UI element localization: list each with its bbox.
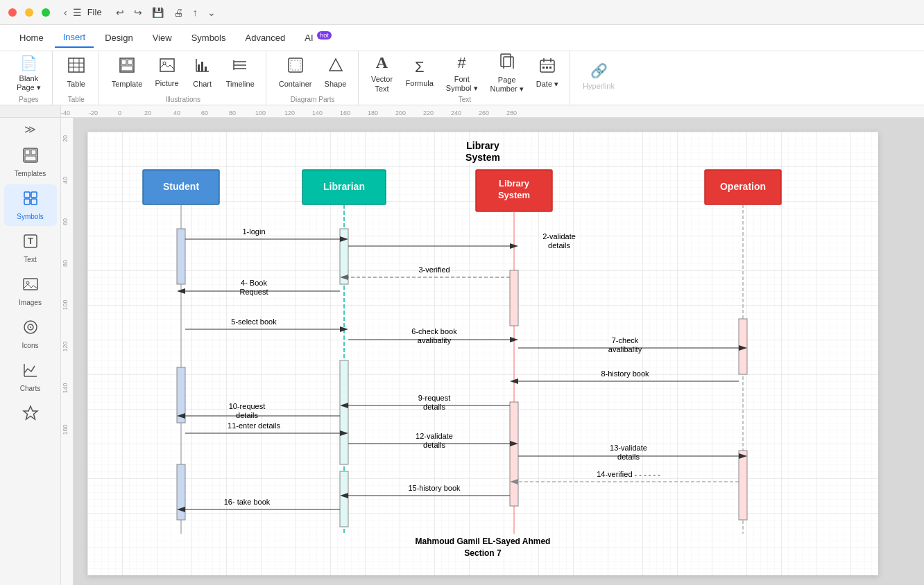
vector-text-button[interactable]: A VectorText bbox=[366, 51, 399, 96]
symbols-icon bbox=[22, 190, 39, 210]
font-symbol-button[interactable]: # FontSymbol ▾ bbox=[440, 51, 484, 96]
save-button[interactable]: 💾 bbox=[149, 6, 166, 19]
close-button[interactable] bbox=[8, 8, 17, 17]
nav-actions: ↩ ↪ 💾 🖨 ↑ ⌄ bbox=[113, 6, 219, 19]
sidebar-toggle[interactable]: ≫ bbox=[19, 121, 42, 137]
blank-page-icon: 📄 bbox=[20, 55, 37, 71]
charts-label: Charts bbox=[20, 385, 40, 392]
svg-text:2-validate: 2-validate bbox=[542, 232, 576, 241]
menu-home[interactable]: Home bbox=[11, 28, 52, 47]
toolbar-group-table: Table Table bbox=[54, 51, 99, 105]
timeline-button[interactable]: Timeline bbox=[221, 51, 260, 96]
svg-text:80: 80 bbox=[62, 260, 69, 267]
date-button[interactable]: Date ▾ bbox=[531, 51, 564, 96]
toolbar: 📄 BlankPage ▾ Pages Table Table Template bbox=[0, 51, 924, 105]
svg-rect-94 bbox=[510, 402, 518, 506]
undo-button[interactable]: ↩ bbox=[113, 6, 127, 19]
svg-rect-93 bbox=[510, 270, 518, 326]
pages-group-label: Pages bbox=[11, 96, 46, 105]
svg-text:4- Book: 4- Book bbox=[241, 279, 267, 287]
page-number-button[interactable]: PageNumber ▾ bbox=[485, 51, 529, 96]
title-bar: ‹ ☰ File ↩ ↪ 💾 🖨 ↑ ⌄ bbox=[0, 0, 924, 25]
print-button[interactable]: 🖨 bbox=[171, 6, 186, 19]
svg-text:180: 180 bbox=[368, 110, 378, 116]
svg-text:100: 100 bbox=[255, 110, 266, 116]
ruler-corner bbox=[0, 105, 61, 117]
toolbar-group-diagram-parts: Container Shape Diagram Parts bbox=[268, 51, 359, 105]
menu-insert[interactable]: Insert bbox=[55, 28, 94, 48]
more-button[interactable]: ⌄ bbox=[205, 6, 219, 19]
back-button[interactable]: ‹ bbox=[64, 7, 67, 18]
sidebar-item-symbols[interactable]: Symbols bbox=[4, 184, 57, 226]
sidebar-item-actions[interactable] bbox=[4, 399, 57, 433]
svg-text:1-login: 1-login bbox=[242, 227, 265, 236]
svg-text:8-history book: 8-history book bbox=[601, 369, 649, 378]
container-label: Container bbox=[279, 80, 312, 89]
chart-button[interactable]: Chart bbox=[186, 51, 219, 96]
svg-text:System: System bbox=[498, 190, 530, 200]
template-button[interactable]: Template bbox=[106, 51, 148, 96]
sidebar-item-icons[interactable]: Icons bbox=[4, 313, 57, 355]
export-button[interactable]: ↑ bbox=[190, 6, 200, 19]
toolbar-group-pages: 📄 BlankPage ▾ Pages bbox=[6, 51, 53, 105]
sidebar-item-charts[interactable]: Charts bbox=[4, 356, 57, 398]
container-icon bbox=[288, 58, 303, 77]
svg-rect-9 bbox=[160, 59, 174, 71]
svg-text:280: 280 bbox=[506, 110, 517, 116]
redo-button[interactable]: ↪ bbox=[131, 6, 145, 19]
hyperlink-label: Hyperlink bbox=[583, 82, 615, 91]
horizontal-ruler: -40 -20 0 20 40 60 80 100 120 140 160 18… bbox=[0, 105, 924, 118]
sequence-diagram: Library System Student Librarian Library… bbox=[87, 132, 878, 575]
sidebar-item-templates[interactable]: Templates bbox=[4, 141, 57, 183]
shape-label: Shape bbox=[325, 80, 347, 89]
svg-text:120: 120 bbox=[62, 341, 69, 351]
svg-rect-11 bbox=[198, 64, 200, 71]
svg-rect-21 bbox=[501, 54, 511, 67]
table-label: Table bbox=[67, 80, 85, 89]
sidebar-item-text[interactable]: T Text bbox=[4, 227, 57, 269]
timeline-label: Timeline bbox=[226, 80, 255, 89]
vertical-ruler: 20 40 60 80 100 120 140 160 bbox=[61, 118, 74, 585]
font-symbol-label: FontSymbol ▾ bbox=[446, 75, 478, 93]
svg-rect-0 bbox=[69, 58, 84, 72]
table-button[interactable]: Table bbox=[60, 51, 93, 96]
menu-design[interactable]: Design bbox=[96, 28, 141, 47]
svg-rect-47 bbox=[24, 148, 37, 162]
shape-button[interactable]: Shape bbox=[319, 51, 352, 96]
maximize-button[interactable] bbox=[42, 8, 50, 17]
menu-view[interactable]: View bbox=[144, 28, 180, 47]
picture-button[interactable]: Picture bbox=[149, 51, 184, 96]
hyperlink-button[interactable]: 🔗 Hyperlink bbox=[577, 55, 620, 99]
svg-text:Request: Request bbox=[240, 288, 268, 296]
svg-text:260: 260 bbox=[479, 110, 489, 116]
menu-ai[interactable]: AI hot bbox=[296, 28, 339, 47]
minimize-button[interactable] bbox=[25, 8, 33, 17]
svg-text:40: 40 bbox=[62, 177, 69, 184]
svg-rect-52 bbox=[31, 192, 37, 198]
canvas-content[interactable]: Library System Student Librarian Library… bbox=[74, 118, 924, 585]
menu-advanced[interactable]: Advanced bbox=[237, 28, 293, 47]
file-icon: ☰ bbox=[73, 7, 82, 18]
blank-page-button[interactable]: 📄 BlankPage ▾ bbox=[11, 51, 46, 96]
templates-icon bbox=[22, 147, 39, 167]
menu-symbols[interactable]: Symbols bbox=[183, 28, 234, 47]
svg-text:0: 0 bbox=[118, 110, 121, 116]
template-label: Template bbox=[112, 80, 143, 89]
page-canvas: Library System Student Librarian Library… bbox=[87, 132, 878, 575]
sidebar-item-images[interactable]: Images bbox=[4, 270, 57, 312]
formula-button[interactable]: Σ Formula bbox=[400, 51, 439, 96]
svg-text:100: 100 bbox=[62, 299, 69, 310]
svg-text:11-enter details: 11-enter details bbox=[228, 421, 280, 430]
svg-text:details: details bbox=[548, 241, 570, 250]
menu-bar: Home Insert Design View Symbols Advanced… bbox=[0, 25, 924, 51]
svg-text:avalibality: avalibality bbox=[608, 345, 642, 353]
container-button[interactable]: Container bbox=[273, 51, 318, 96]
svg-text:Library: Library bbox=[466, 140, 499, 151]
font-symbol-icon: # bbox=[458, 54, 466, 72]
page-number-icon bbox=[499, 53, 515, 73]
svg-text:details: details bbox=[423, 441, 445, 449]
file-menu[interactable]: File bbox=[87, 7, 102, 17]
svg-rect-57 bbox=[24, 279, 37, 290]
blank-page-label: BlankPage ▾ bbox=[17, 74, 41, 92]
svg-rect-23 bbox=[540, 60, 554, 72]
